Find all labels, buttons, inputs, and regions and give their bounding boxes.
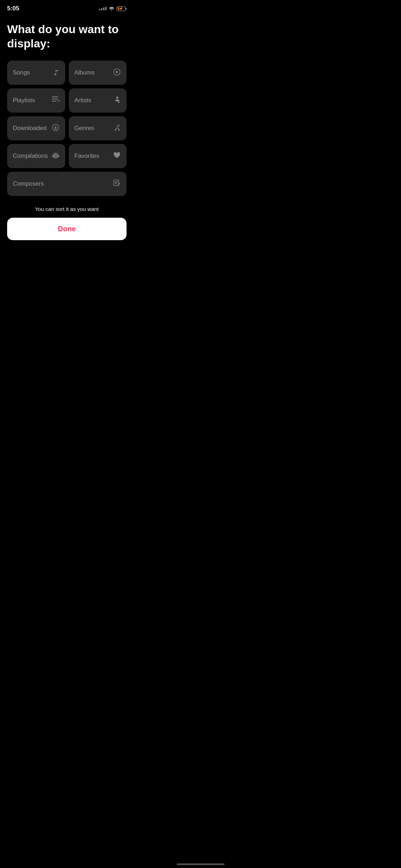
option-genres[interactable]: Genres [69,116,127,140]
svg-rect-17 [115,181,118,182]
option-composers-label: Composers [13,180,44,187]
main-content: What do you want to display: Songs Album… [0,15,134,240]
svg-rect-19 [115,184,117,184]
option-playlists-label: Playlists [13,97,35,104]
option-albums-label: Albums [74,69,95,76]
option-composers[interactable]: Composers [7,172,127,196]
heart-icon [113,152,121,161]
option-playlists[interactable]: Playlists [7,88,65,113]
option-compilations-label: Compilations [13,153,48,160]
svg-rect-4 [52,99,58,99]
done-button[interactable]: Done [7,218,127,240]
artist-icon [114,96,121,105]
svg-rect-8 [118,102,120,103]
option-genres-label: Genres [74,125,94,132]
battery-icon: ⚡ [117,6,127,11]
svg-marker-6 [58,100,60,102]
download-icon [52,124,60,133]
signal-icon [99,7,107,10]
option-songs-label: Songs [13,69,30,76]
option-favorites[interactable]: Favorites [69,144,127,168]
svg-rect-18 [115,182,118,183]
svg-rect-5 [52,101,57,102]
layers-icon [52,152,60,161]
done-label: Done [58,225,76,233]
svg-rect-10 [54,129,57,129]
option-favorites-label: Favorites [74,153,99,160]
options-grid: Songs Albums Playlists [7,61,127,196]
sort-hint: You can sort it as you want [7,206,127,212]
svg-point-2 [117,72,117,72]
status-time: 5:05 [7,5,19,12]
composer-icon [113,179,121,189]
option-albums[interactable]: Albums [69,61,127,85]
status-bar: 5:05 ⚡ [0,0,134,15]
svg-point-12 [118,129,120,131]
option-artists[interactable]: Artists [69,88,127,113]
option-artists-label: Artists [74,97,91,104]
album-icon [113,68,121,78]
option-downloaded-label: Downloaded [13,125,47,132]
option-compilations[interactable]: Compilations [7,144,65,168]
wifi-icon [109,6,114,11]
genre-icon [113,124,121,133]
status-icons: ⚡ [99,6,127,11]
svg-rect-3 [52,97,58,97]
svg-point-11 [115,129,116,131]
music-note-icon [52,68,60,78]
svg-marker-15 [52,156,59,158]
option-downloaded[interactable]: Downloaded [7,116,65,140]
page-title: What do you want to display: [7,22,127,51]
playlist-icon [52,97,60,105]
option-songs[interactable]: Songs [7,61,65,85]
